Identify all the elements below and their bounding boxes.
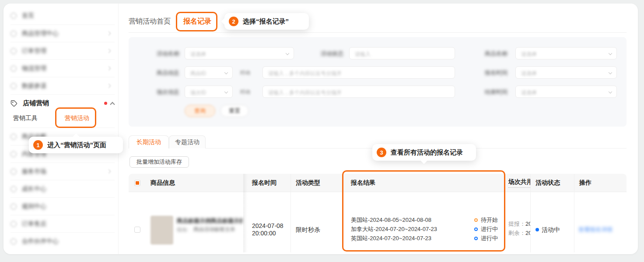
sidebar-item-products[interactable]: 商品管理中心 bbox=[10, 24, 115, 42]
sidebar-item-blurred-4[interactable]: 成长中心 bbox=[10, 180, 115, 197]
sidebar-item-label: 服务市场 bbox=[22, 168, 46, 176]
fixed-column-shadow bbox=[243, 174, 248, 252]
sidebar-item-label: 合作伙伴中心 bbox=[22, 238, 59, 245]
session-submit-value: 20 bbox=[525, 221, 530, 227]
tab-registration-records[interactable]: 报名记录 bbox=[183, 17, 211, 26]
step-number-3: 3 bbox=[377, 148, 386, 157]
submenu-item-marketing-tools[interactable]: 营销工具 bbox=[13, 114, 38, 122]
filter-label: 结束时间 bbox=[478, 88, 508, 96]
sidebar-item-orders[interactable]: 订单管理 bbox=[10, 42, 115, 59]
sidebar-item-blurred-5[interactable]: 规则中心 bbox=[10, 197, 115, 215]
product-title: 商品标题示例商品标题示例文本… bbox=[177, 217, 242, 225]
menu-icon bbox=[10, 83, 17, 89]
chevron-down-icon bbox=[224, 90, 228, 93]
col-header-apply-time: 报名时间 bbox=[252, 179, 276, 187]
filter-select-right-3[interactable]: 请选择 bbox=[515, 86, 617, 98]
header-divider bbox=[129, 32, 626, 33]
filter-mode-text: 精确 bbox=[240, 88, 250, 96]
notification-dot bbox=[104, 102, 107, 105]
chevron-right-icon bbox=[107, 66, 111, 71]
query-button[interactable]: 查询 bbox=[185, 105, 215, 117]
sidebar-item-shop-marketing[interactable]: 店铺营销 bbox=[10, 94, 115, 112]
filter-label: 商品信息 bbox=[154, 69, 179, 77]
filter-input-session-ids[interactable]: 请输入，多个内容以逗号分隔开 bbox=[262, 86, 455, 98]
filter-mode-text: 精确 bbox=[240, 69, 250, 76]
page: { "colors": { "accent": "#f6690e", "blue… bbox=[0, 0, 644, 262]
chevron-right-icon bbox=[107, 84, 111, 88]
sidebar-item-logistics[interactable]: 物流管理 bbox=[10, 59, 115, 77]
filter-label: 报名时间 bbox=[478, 69, 508, 77]
apply-time: 20:00:00 bbox=[252, 230, 276, 237]
row-checkbox[interactable] bbox=[134, 227, 140, 233]
filter-placeholder: 请选择 bbox=[190, 51, 206, 58]
filter-label: 活动名称 bbox=[154, 50, 179, 58]
filter-placeholder: 请选择 bbox=[521, 70, 537, 77]
filter-panel: 活动名称 请选择 活动状态 请输入 商品名称 请选择 商品信息 商品ID 精确 … bbox=[129, 37, 626, 127]
status-ring-active-icon bbox=[474, 237, 478, 240]
sidebar-item-label: 规则中心 bbox=[22, 203, 46, 210]
filter-select-session-id-type[interactable]: 场次ID bbox=[185, 86, 233, 98]
filter-select-activity-name[interactable]: 请选择 bbox=[185, 47, 294, 59]
sidebar-divider bbox=[118, 3, 119, 254]
result-site: 加拿大站-2024-07-20~2024-07-23 bbox=[351, 225, 437, 233]
tab-long-term-activity[interactable]: 长期活动 bbox=[129, 135, 169, 148]
menu-icon bbox=[10, 186, 17, 192]
chevron-right-icon bbox=[107, 169, 111, 174]
filter-select-right-2[interactable]: 请选择 bbox=[515, 66, 617, 79]
registration-table: 商品信息 报名时间 活动类型 报名结果 场次共用库存 活动状态 操作 商品标题示… bbox=[129, 174, 626, 252]
filter-label: 商品名称 bbox=[480, 50, 508, 58]
sidebar-item-label: 商品管理中心 bbox=[22, 30, 59, 38]
row-action-link[interactable]: 查看报名详情 bbox=[578, 226, 612, 234]
reset-button[interactable]: 重置 bbox=[220, 105, 248, 117]
tab-special-activity[interactable]: 专题活动 bbox=[169, 135, 206, 148]
session-submitted: 提报：20 bbox=[508, 220, 530, 228]
filter-placeholder: 请输入，多个内容以逗号分隔开 bbox=[268, 89, 342, 97]
select-all-checkbox[interactable] bbox=[134, 180, 140, 186]
sidebar-item-home[interactable]: 首页 bbox=[10, 7, 115, 24]
product-tag: 商品活动标签文本 bbox=[193, 226, 235, 233]
chevron-right-icon bbox=[107, 49, 111, 53]
status-ring-pending-icon bbox=[474, 218, 478, 222]
sidebar-item-blurred-3[interactable]: 服务市场 bbox=[10, 162, 115, 180]
result-line-ca: 加拿大站-2024-07-20~2024-07-23 进行中 bbox=[351, 225, 498, 233]
submenu-item-marketing-activity[interactable]: 营销活动 bbox=[65, 114, 89, 122]
sidebar-item-label: 物流管理 bbox=[22, 65, 46, 72]
col-header-status: 活动状态 bbox=[536, 179, 560, 187]
result-site: 美国站-2024-08-05~2024-08-08 bbox=[351, 216, 431, 224]
step-number-2: 2 bbox=[229, 17, 238, 26]
result-line-uk: 英国站-2024-07-20~2024-07-23 进行中 bbox=[351, 234, 498, 242]
activity-type: 限时秒杀 bbox=[296, 226, 320, 234]
filter-label: 场次信息 bbox=[154, 88, 179, 96]
filter-placeholder: 请输入 bbox=[355, 51, 371, 58]
chevron-down-icon bbox=[286, 52, 289, 55]
tab-marketing-home[interactable]: 营销活动首页 bbox=[129, 17, 171, 26]
sidebar-item-label: 订单售后 bbox=[22, 220, 46, 228]
sidebar-item-label: 订单管理 bbox=[22, 47, 46, 55]
filter-select-product-id-type[interactable]: 商品ID bbox=[185, 66, 233, 79]
chevron-down-icon bbox=[609, 71, 612, 74]
filter-input-product-ids[interactable]: 请输入，多个内容以逗号分隔开 bbox=[262, 66, 455, 79]
filter-placeholder: 请输入，多个内容以逗号分隔开 bbox=[268, 70, 342, 77]
sidebar-item-blurred-7[interactable]: 合作伙伴中心 bbox=[10, 232, 115, 250]
sidebar-item-label: 数据参谋 bbox=[22, 82, 46, 90]
status-ring-active-icon bbox=[474, 228, 478, 231]
column-divider bbox=[290, 174, 291, 252]
filter-select-right-1[interactable]: 请选择 bbox=[515, 47, 617, 59]
col-header-product: 商品信息 bbox=[150, 179, 175, 187]
filter-placeholder: 商品ID bbox=[190, 70, 206, 77]
menu-icon bbox=[10, 203, 17, 210]
menu-icon bbox=[10, 66, 17, 72]
sidebar-item-data[interactable]: 数据参谋 bbox=[10, 77, 115, 94]
menu-icon bbox=[10, 151, 17, 157]
col-header-session-stock[interactable]: 场次共用库存 bbox=[508, 178, 530, 188]
session-remaining: 剩余：20 bbox=[508, 229, 530, 237]
bulk-add-stock-button[interactable]: 批量增加活动库存 bbox=[130, 156, 189, 168]
col-header-type: 活动类型 bbox=[296, 179, 320, 187]
sidebar-item-blurred-6[interactable]: 订单售后 bbox=[10, 215, 115, 232]
tutorial-step-2: 2 选择“报名记录” bbox=[224, 13, 309, 30]
result-status: 进行中 bbox=[481, 234, 498, 242]
filter-input-activity-status[interactable]: 请输入 bbox=[349, 47, 455, 59]
sidebar-item-label: 成长中心 bbox=[22, 185, 46, 193]
product-image bbox=[150, 216, 173, 245]
chevron-down-icon bbox=[609, 52, 612, 55]
